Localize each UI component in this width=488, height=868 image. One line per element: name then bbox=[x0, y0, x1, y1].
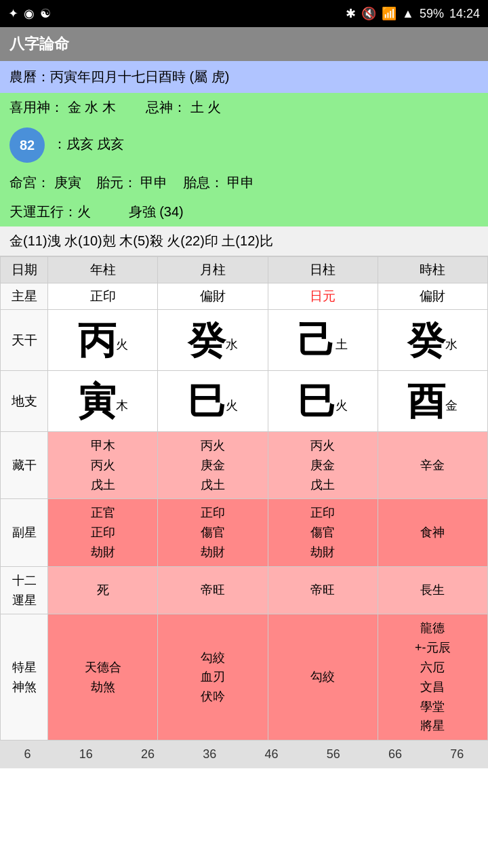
zanggan-nianzhu-line2: 丙火 bbox=[49, 456, 156, 475]
tiangan-row: 天干 丙火 癸水 己土 癸水 bbox=[1, 310, 488, 371]
tiangan-yuezhu-small: 水 bbox=[226, 337, 238, 351]
bottom-num-7: 66 bbox=[388, 747, 402, 762]
texing-nianzhu-line2: 劫煞 bbox=[49, 677, 156, 697]
texing-rizhu: 勾絞 bbox=[268, 614, 378, 741]
fuxing-nianzhu-line3: 劫財 bbox=[49, 542, 156, 562]
zhuxing-rizhu: 日元 bbox=[268, 283, 378, 310]
col-header-shizhu: 時柱 bbox=[378, 257, 487, 283]
dizhi-shizhu-big: 酉 bbox=[407, 380, 445, 422]
dizhi-rizhu: 巳火 bbox=[268, 371, 378, 432]
texing-label2: 神煞 bbox=[2, 677, 46, 697]
fuxing-shizhu-line1: 食神 bbox=[380, 523, 486, 542]
battery-text: 59% bbox=[420, 7, 444, 21]
zanggan-nianzhu-line1: 甲木 bbox=[49, 436, 156, 456]
tiangan-nianzhu-small: 火 bbox=[116, 337, 128, 351]
minggong-label3: 胎息： bbox=[183, 175, 224, 190]
dizhi-rizhu-small: 火 bbox=[336, 398, 348, 412]
status-right: ✱ 🔇 📶 ▲ 59% 14:24 bbox=[346, 6, 480, 21]
dizhi-nianzhu-big: 寅 bbox=[78, 380, 116, 422]
dizhi-row: 地支 寅木 巳火 巳火 酉金 bbox=[1, 371, 488, 432]
fuxing-rizhu-line2: 傷官 bbox=[270, 523, 376, 542]
zanggan-yuezhu: 丙火 庚金 戊土 bbox=[158, 432, 268, 499]
bluetooth-icon: ✱ bbox=[346, 6, 356, 21]
xiyong-label: 喜用神： bbox=[9, 100, 64, 115]
texing-yuezhu-line2: 血刃 bbox=[159, 667, 266, 687]
tianyun-shengqiang: 身強 (34) bbox=[129, 204, 184, 219]
zanggan-nianzhu-line3: 戊土 bbox=[49, 475, 156, 495]
fuxing-yuezhu-line2: 傷官 bbox=[159, 523, 266, 542]
xiyong-row: 喜用神： 金 水 木 忌神： 土 火 bbox=[0, 93, 488, 122]
dizhi-yuezhu-big: 巳 bbox=[188, 380, 226, 422]
xiyong-value: 金 水 木 bbox=[68, 100, 116, 115]
minggong-label2: 胎元： bbox=[96, 175, 137, 190]
app-title: 八字論命 bbox=[9, 35, 69, 52]
dizhi-rizhu-big: 巳 bbox=[298, 380, 336, 422]
fuxing-yuezhu-line1: 正印 bbox=[159, 503, 266, 523]
bottom-num-5: 46 bbox=[265, 747, 279, 762]
yunxing-row: 十二 運星 死 帝旺 帝旺 長生 bbox=[1, 566, 488, 614]
bottom-num-6: 56 bbox=[327, 747, 340, 762]
zhuxing-shizhu: 偏財 bbox=[378, 283, 487, 310]
tiangan-shizhu: 癸水 bbox=[378, 310, 487, 371]
zanggan-label: 藏干 bbox=[1, 432, 48, 499]
texing-label: 特星 神煞 bbox=[1, 614, 48, 741]
mute-icon: 🔇 bbox=[361, 6, 376, 21]
bottom-num-8: 76 bbox=[450, 747, 464, 762]
signal-icon: ▲ bbox=[402, 7, 414, 21]
main-table: 日期 年柱 月柱 日柱 時柱 主星 正印 偏財 日元 偏財 天干 丙火 癸水 己… bbox=[0, 256, 488, 741]
yunxing-yuezhu: 帝旺 bbox=[158, 566, 268, 614]
kongwang-text: ：戌亥 戌亥 bbox=[53, 136, 125, 151]
yunxing-shizhu: 長生 bbox=[378, 566, 487, 614]
bottom-bar: 6 16 26 36 46 56 66 76 bbox=[0, 741, 488, 768]
texing-yuezhu-line3: 伏吟 bbox=[159, 687, 266, 707]
time-text: 14:24 bbox=[449, 7, 480, 21]
minggong-val1: 庚寅 bbox=[54, 175, 81, 190]
texing-shizhu-line6: 將星 bbox=[380, 716, 486, 736]
minggong-row: 命宮： 庚寅 胎元： 甲申 胎息： 甲申 bbox=[0, 168, 488, 197]
zhuxing-row: 主星 正印 偏財 日元 偏財 bbox=[1, 283, 488, 310]
fuxing-nianzhu-line2: 正印 bbox=[49, 523, 156, 542]
minggong-label1: 命宮： bbox=[9, 175, 50, 190]
table-header-row: 日期 年柱 月柱 日柱 時柱 bbox=[1, 257, 488, 283]
texing-nianzhu: 天德合 劫煞 bbox=[48, 614, 158, 741]
kongwang-row: 82 ：戌亥 戌亥 bbox=[0, 122, 488, 168]
texing-nianzhu-line1: 天德合 bbox=[49, 658, 156, 677]
score-badge: 82 bbox=[9, 127, 45, 163]
jishen-label: 忌神： bbox=[146, 100, 186, 115]
bottom-num-4: 36 bbox=[203, 747, 216, 762]
texing-row: 特星 神煞 天德合 劫煞 勾絞 血刃 伏吟 勾絞 龍德 +-元辰 六厄 文昌 學… bbox=[1, 614, 488, 741]
fuxing-nianzhu-line1: 正官 bbox=[49, 503, 156, 523]
bottom-num-2: 16 bbox=[79, 747, 93, 762]
title-bar: 八字論命 bbox=[0, 27, 488, 61]
texing-shizhu-line1: 龍德 bbox=[380, 618, 486, 638]
yunxing-rizhu: 帝旺 bbox=[268, 566, 378, 614]
tiangan-shizhu-small: 水 bbox=[445, 337, 458, 351]
fuxing-label: 副星 bbox=[1, 499, 48, 566]
app-icon: ☯ bbox=[40, 6, 51, 21]
texing-shizhu-line4: 文昌 bbox=[380, 677, 486, 697]
bottom-num-1: 6 bbox=[24, 747, 31, 762]
dizhi-yuezhu-small: 火 bbox=[226, 398, 238, 412]
texing-shizhu-line5: 學堂 bbox=[380, 697, 486, 717]
tiangan-yuezhu-big: 癸 bbox=[188, 319, 226, 361]
texing-yuezhu-line1: 勾絞 bbox=[159, 648, 266, 668]
tiangan-shizhu-big: 癸 bbox=[407, 319, 445, 361]
star-icon: ✦ bbox=[8, 6, 18, 21]
wuxing-bar: 金(11)洩 水(10)剋 木(5)殺 火(22)印 土(12)比 bbox=[0, 226, 488, 256]
yunxing-label2: 運星 bbox=[2, 591, 46, 610]
dizhi-nianzhu-small: 木 bbox=[116, 398, 128, 412]
tiangan-rizhu-small: 土 bbox=[336, 337, 348, 351]
yunxing-nianzhu: 死 bbox=[48, 566, 158, 614]
texing-yuezhu: 勾絞 血刃 伏吟 bbox=[158, 614, 268, 741]
col-header-rizhu: 日柱 bbox=[268, 257, 378, 283]
tianyun-wuxing: 天運五行：火 bbox=[9, 204, 91, 219]
yunxing-label: 十二 運星 bbox=[1, 566, 48, 614]
fuxing-rizhu-line3: 劫財 bbox=[270, 542, 376, 562]
zanggan-nianzhu: 甲木 丙火 戊土 bbox=[48, 432, 158, 499]
dizhi-shizhu: 酉金 bbox=[378, 371, 487, 432]
yunxing-label1: 十二 bbox=[2, 571, 46, 591]
wuxing-text: 金(11)洩 水(10)剋 木(5)殺 火(22)印 土(12)比 bbox=[9, 233, 273, 248]
fuxing-yuezhu-line3: 劫財 bbox=[159, 542, 266, 562]
tiangan-rizhu: 己土 bbox=[268, 310, 378, 371]
tiangan-rizhu-big: 己 bbox=[298, 319, 336, 361]
